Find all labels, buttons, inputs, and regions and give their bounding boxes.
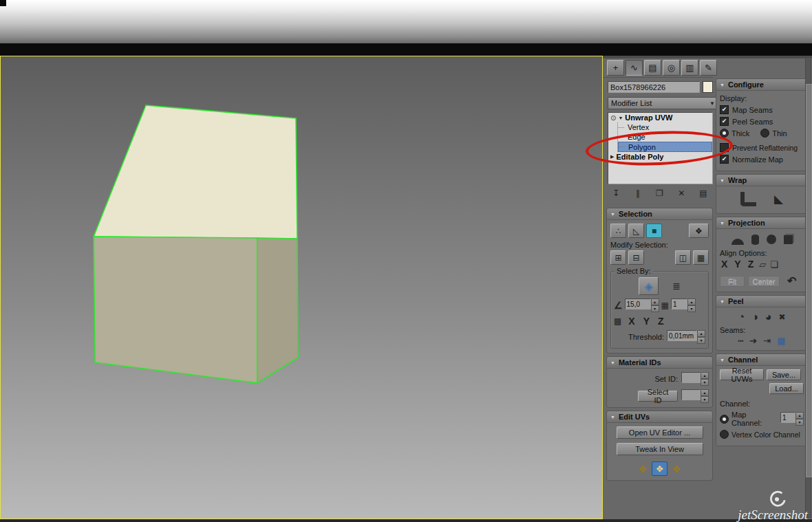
reset-uvws-button[interactable]: Reset UVWs [720, 369, 764, 380]
select-by-y-button[interactable]: Y [642, 316, 651, 327]
visibility-bulb-icon[interactable]: ⊙ [610, 114, 616, 122]
select-id-value[interactable] [681, 389, 701, 400]
stack-item-unwrap-uvw[interactable]: ⊙ ▼ Unwrap UVW [608, 113, 712, 122]
select-by-z-button[interactable]: Z [656, 316, 665, 327]
expand-open-icon[interactable]: ▼ [618, 116, 623, 120]
spherical-map-icon[interactable] [767, 235, 776, 244]
spin-up-icon[interactable]: ▴ [697, 330, 705, 337]
projection-rollout-header[interactable]: ▼ Projection [716, 217, 807, 229]
wrap-spline-icon[interactable] [740, 192, 756, 206]
configure-modifier-sets-icon[interactable]: ▤ [696, 187, 710, 199]
select-element-icon[interactable]: ❖ [689, 224, 709, 238]
normalize-map-checkbox[interactable]: ✔ [720, 155, 729, 164]
spin-down-icon[interactable]: ▾ [701, 379, 709, 386]
threshold-spinner[interactable]: 0,01mm ▴▾ [667, 330, 705, 344]
threshold-value[interactable]: 0,01mm [667, 330, 697, 341]
peel-seams-checkbox[interactable]: ✔ [720, 117, 729, 126]
panel-scrollbar-thumb[interactable] [806, 84, 812, 477]
box-top-face[interactable] [94, 105, 297, 239]
map-seams-checkbox[interactable]: ✔ [720, 105, 729, 114]
ring-selection-icon[interactable]: ◫ [675, 250, 691, 265]
stack-item-edge[interactable]: Edge [618, 132, 712, 142]
motion-tab-icon[interactable]: ◎ [663, 60, 680, 76]
channel-rollout-header[interactable]: ▼ Channel [716, 354, 807, 366]
thick-radio[interactable] [720, 129, 729, 138]
object-name-input[interactable] [608, 81, 700, 93]
spin-up-icon[interactable]: ▴ [701, 389, 709, 396]
make-unique-icon[interactable]: ❐ [653, 187, 667, 199]
polygon-mode-icon[interactable]: ■ [646, 224, 662, 238]
align-to-view-icon[interactable]: ▱ [759, 259, 766, 270]
planar-angle-spinner[interactable]: 15,0 ▴▾ [625, 298, 659, 312]
region-fit-icon[interactable]: ❏ [770, 259, 778, 270]
spin-down-icon[interactable]: ▾ [687, 305, 696, 312]
map-channel-value[interactable]: 1 [780, 412, 795, 423]
stack-item-polygon-selected[interactable]: Polygon [618, 142, 712, 152]
box-map-icon[interactable] [784, 235, 793, 244]
material-id-value[interactable]: 1 [671, 298, 687, 309]
object-color-swatch[interactable] [703, 81, 713, 93]
tweak-in-view-button[interactable]: Tweak In View [617, 443, 703, 455]
select-by-x-button[interactable]: X [627, 316, 636, 327]
pin-stack-icon[interactable]: ↧ [609, 187, 623, 199]
expand-to-seam-icon[interactable]: ⇥ [763, 336, 771, 346]
material-id-grid-icon[interactable]: ▦ [661, 301, 669, 310]
selection-rollout-header[interactable]: ▼ Selection [607, 208, 712, 220]
select-id-button[interactable]: Select ID [638, 391, 678, 402]
panel-scrollbar[interactable] [805, 57, 811, 518]
save-button[interactable]: Save... [767, 369, 801, 380]
peel-mode-icon[interactable]: ◔ [738, 311, 745, 323]
spin-up-icon[interactable]: ▴ [701, 372, 709, 379]
expand-closed-icon[interactable]: ▶ [610, 154, 614, 160]
create-tab-icon[interactable]: + [607, 60, 624, 76]
planar-angle-value[interactable]: 15,0 [625, 298, 651, 309]
peel-reset-icon[interactable]: ◕ [765, 311, 772, 323]
material-id-spinner[interactable]: 1 ▴▾ [671, 298, 696, 312]
center-button[interactable]: Center [748, 276, 780, 287]
box-front-face[interactable] [94, 237, 257, 383]
load-button[interactable]: Load... [769, 383, 804, 394]
point-to-point-seam-icon[interactable]: ┅ [738, 336, 744, 346]
align-z-button[interactable]: Z [747, 259, 756, 270]
uv-gizmo-move-icon[interactable]: ✥ [639, 464, 647, 475]
prevent-reflattening-checkbox[interactable] [720, 143, 729, 152]
hierarchy-tab-icon[interactable]: ▤ [644, 60, 661, 76]
utilities-tab-icon[interactable]: ✎ [700, 60, 717, 76]
uv-gizmo-rotate-icon[interactable]: ✥ [652, 461, 667, 476]
open-uv-editor-button[interactable]: Open UV Editor ... [617, 426, 703, 439]
reset-projection-icon[interactable]: ↶ [787, 274, 796, 287]
peel-rollout-header[interactable]: ▼ Peel [716, 296, 807, 307]
cylindrical-map-icon[interactable] [751, 235, 759, 245]
set-id-spinner[interactable]: ▴▾ [681, 372, 709, 386]
spin-up-icon[interactable]: ▴ [687, 298, 696, 305]
shrink-selection-icon[interactable]: ⊟ [628, 250, 644, 265]
uv-gizmo-scale-icon[interactable]: ✥ [672, 464, 681, 475]
peel-stop-icon[interactable]: ✖ [778, 312, 785, 322]
spin-down-icon[interactable]: ▾ [795, 419, 804, 426]
align-x-button[interactable]: X [720, 259, 729, 270]
grow-selection-icon[interactable]: ⊞ [610, 250, 626, 265]
angle-pointer-icon[interactable]: ∠ [614, 300, 623, 311]
quick-peel-icon[interactable]: ◑ [751, 311, 758, 323]
display-tab-icon[interactable]: ▥ [681, 60, 698, 76]
spin-up-icon[interactable]: ▴ [651, 298, 659, 305]
material-ids-rollout-header[interactable]: ▼ Material IDs [607, 357, 712, 369]
stacked-planes-icon[interactable]: ≣ [672, 281, 681, 292]
set-id-value[interactable] [681, 372, 701, 383]
wrap-rollout-header[interactable]: ▼ Wrap [716, 175, 807, 186]
wrap-surface-icon[interactable]: ◣ [774, 192, 783, 206]
edge-mode-icon[interactable]: ◺ [628, 224, 644, 238]
modify-tab-icon[interactable]: ∿ [626, 60, 643, 76]
show-end-result-icon[interactable]: ∥ [631, 187, 645, 199]
planar-map-icon[interactable] [731, 239, 744, 245]
vertex-mode-icon[interactable]: ∴ [610, 224, 626, 238]
box-right-face[interactable] [257, 238, 298, 383]
remove-modifier-icon[interactable]: ✕ [674, 187, 688, 199]
map-channel-spinner[interactable]: 1 ▴▾ [780, 412, 804, 426]
perspective-viewport[interactable] [0, 56, 603, 519]
map-channel-radio[interactable] [720, 415, 729, 424]
modifier-list-dropdown[interactable]: Modifier List ▼ [608, 97, 718, 109]
edge-to-seam-icon[interactable]: ➔ [749, 336, 757, 346]
vertex-color-channel-radio[interactable] [720, 430, 729, 439]
thin-radio[interactable] [760, 129, 769, 138]
